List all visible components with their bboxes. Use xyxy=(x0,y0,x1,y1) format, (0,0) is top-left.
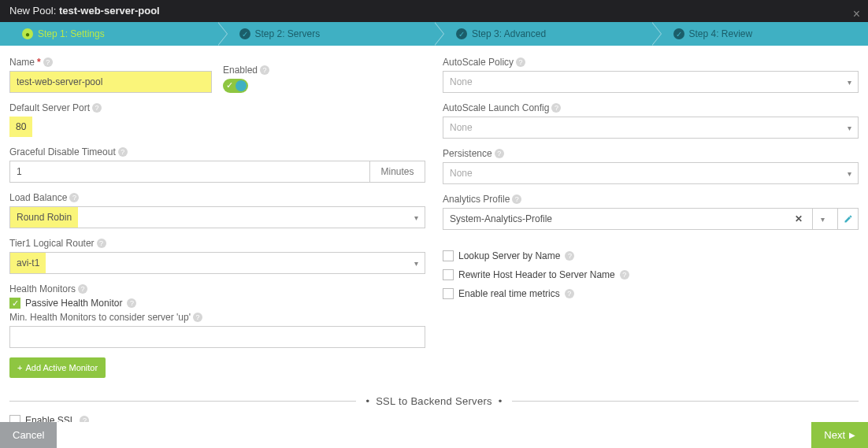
loadbalance-label: Load Balance xyxy=(9,192,67,203)
next-button[interactable]: Next ▶ xyxy=(811,422,868,448)
step-label: Step 2: Servers xyxy=(255,28,321,39)
min-health-monitors-input[interactable] xyxy=(9,326,425,348)
step-arrow-icon xyxy=(651,22,661,46)
step-check-icon: ✓ xyxy=(673,28,684,39)
loadbalance-value: Round Robin xyxy=(10,207,78,228)
form-content: Name * ? Enabled ? ✓ xyxy=(0,46,868,422)
next-label: Next xyxy=(824,429,845,441)
autoscale-policy-value: None xyxy=(450,76,473,87)
timeout-label: Graceful Disable Timeout xyxy=(9,146,116,157)
analytics-profile-value: System-Analytics-Profile xyxy=(450,213,785,224)
passive-health-label: Passive Health Monitor xyxy=(25,298,122,309)
lookup-server-label: Lookup Server by Name xyxy=(458,250,560,261)
help-icon[interactable]: ? xyxy=(512,194,521,204)
ssl-section-divider: • SSL to Backend Servers • xyxy=(9,395,859,407)
cancel-button[interactable]: Cancel xyxy=(0,422,57,448)
chevron-down-icon: ▾ xyxy=(848,78,851,87)
rewrite-host-label: Rewrite Host Header to Server Name xyxy=(458,269,615,280)
passive-health-checkbox[interactable]: ✓ xyxy=(9,298,20,309)
modal-footer: Cancel Next ▶ xyxy=(0,422,868,448)
help-icon[interactable]: ? xyxy=(78,284,87,294)
ssl-section-title: SSL to Backend Servers xyxy=(376,395,492,407)
help-icon[interactable]: ? xyxy=(69,193,79,202)
persistence-value: None xyxy=(450,168,473,179)
help-icon[interactable]: ? xyxy=(516,57,525,67)
realtime-metrics-checkbox[interactable] xyxy=(443,288,454,299)
help-icon[interactable]: ? xyxy=(127,298,136,308)
help-icon[interactable]: ? xyxy=(260,65,269,75)
pool-name-input[interactable] xyxy=(9,71,212,93)
modal-title-name: test-web-server-pool xyxy=(59,5,160,17)
enable-ssl-checkbox[interactable] xyxy=(9,415,20,422)
edit-icon[interactable] xyxy=(837,209,858,229)
step-label: Step 1: Settings xyxy=(38,28,105,39)
required-asterisk-icon: * xyxy=(37,57,41,68)
min-health-monitors-label: Min. Health Monitors to consider server … xyxy=(9,312,191,323)
autoscale-policy-label: AutoScale Policy xyxy=(443,57,514,68)
toggle-check-icon: ✓ xyxy=(226,80,233,91)
analytics-profile-combo[interactable]: System-Analytics-Profile ✕ ▾ xyxy=(443,208,859,230)
chevron-right-icon: ▶ xyxy=(849,431,855,439)
clear-icon[interactable]: ✕ xyxy=(790,213,807,224)
help-icon[interactable]: ? xyxy=(92,103,102,113)
timeout-input[interactable] xyxy=(9,161,370,183)
persistence-select[interactable]: None ▾ xyxy=(443,162,859,184)
modal-title-label: New Pool: xyxy=(9,5,56,17)
add-active-monitor-button[interactable]: + Add Active Monitor xyxy=(9,357,106,378)
help-icon[interactable]: ? xyxy=(565,251,574,261)
autoscale-launch-label: AutoScale Launch Config xyxy=(443,102,549,113)
port-label: Default Server Port xyxy=(9,102,90,113)
step-4-review[interactable]: ✓ Step 4: Review xyxy=(651,22,869,46)
toggle-knob xyxy=(236,80,247,91)
help-icon[interactable]: ? xyxy=(620,270,629,280)
help-icon[interactable]: ? xyxy=(97,239,106,248)
lookup-server-checkbox[interactable] xyxy=(443,250,454,261)
port-input[interactable]: 80 xyxy=(9,117,32,137)
tier1-value: avi-t1 xyxy=(10,253,46,273)
health-monitors-label: Health Monitors xyxy=(9,283,76,294)
step-check-icon: ✓ xyxy=(456,28,467,39)
step-label: Step 4: Review xyxy=(689,28,753,39)
help-icon[interactable]: ? xyxy=(565,289,574,298)
enabled-label: Enabled xyxy=(223,65,258,76)
step-3-advanced[interactable]: ✓ Step 3: Advanced xyxy=(434,22,651,46)
enabled-toggle[interactable]: ✓ xyxy=(223,79,248,93)
left-column: Name * ? Enabled ? ✓ xyxy=(9,57,425,378)
realtime-metrics-label: Enable real time metrics xyxy=(458,288,560,299)
enable-ssl-label: Enable SSL xyxy=(25,415,75,422)
chevron-down-icon: ▾ xyxy=(848,124,851,132)
help-icon[interactable]: ? xyxy=(551,103,561,113)
chevron-down-icon: ▾ xyxy=(414,213,425,222)
step-1-settings[interactable]: ● Step 1: Settings xyxy=(0,22,217,46)
help-icon[interactable]: ? xyxy=(193,313,202,322)
timeout-unit-label: Minutes xyxy=(370,161,425,183)
analytics-profile-label: Analytics Profile xyxy=(443,194,510,205)
loadbalance-select[interactable]: Round Robin ▾ xyxy=(9,206,425,228)
right-column: AutoScale Policy ? None ▾ AutoScale Laun… xyxy=(443,57,859,378)
autoscale-launch-value: None xyxy=(450,122,473,133)
help-icon[interactable]: ? xyxy=(495,149,504,158)
tier1-select[interactable]: avi-t1 ▾ xyxy=(9,252,425,274)
help-icon[interactable]: ? xyxy=(118,147,128,157)
help-icon[interactable]: ? xyxy=(43,57,53,67)
persistence-label: Persistence xyxy=(443,148,492,159)
step-arrow-icon xyxy=(434,22,443,46)
step-check-icon: ✓ xyxy=(239,28,250,39)
plus-icon: + xyxy=(17,363,22,372)
chevron-down-icon: ▾ xyxy=(414,259,425,268)
autoscale-policy-select[interactable]: None ▾ xyxy=(443,71,859,93)
step-wizard-bar: ● Step 1: Settings ✓ Step 2: Servers ✓ S… xyxy=(0,22,868,46)
chevron-down-icon[interactable]: ▾ xyxy=(812,209,833,229)
modal-titlebar: New Pool: test-web-server-pool × xyxy=(0,0,868,22)
chevron-down-icon: ▾ xyxy=(848,169,851,178)
help-icon[interactable]: ? xyxy=(80,416,89,422)
add-monitor-label: Add Active Monitor xyxy=(25,363,98,372)
rewrite-host-checkbox[interactable] xyxy=(443,269,454,280)
autoscale-launch-select[interactable]: None ▾ xyxy=(443,117,859,139)
step-2-servers[interactable]: ✓ Step 2: Servers xyxy=(217,22,435,46)
name-label: Name xyxy=(9,57,35,68)
step-label: Step 3: Advanced xyxy=(472,28,546,39)
cancel-label: Cancel xyxy=(13,429,44,441)
step-arrow-icon xyxy=(217,22,227,46)
step-active-dot-icon: ● xyxy=(22,28,33,39)
